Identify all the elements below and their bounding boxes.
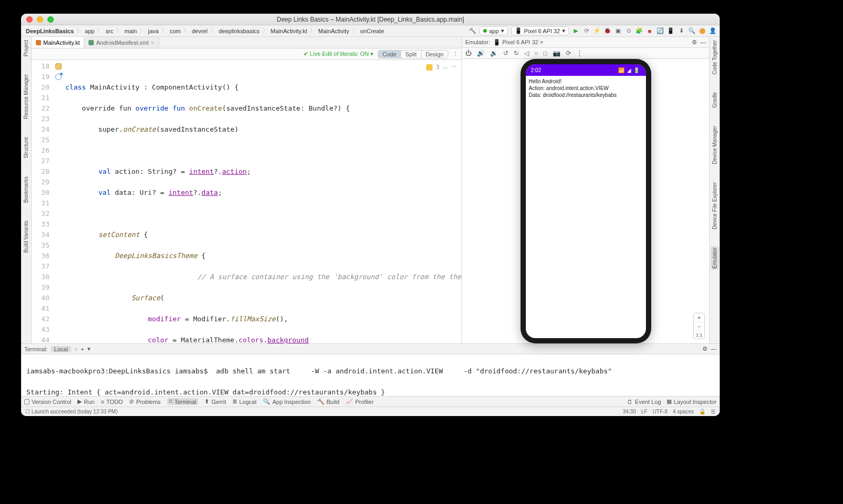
tool-resource-manager[interactable]: Resource Manager — [22, 73, 30, 120]
status-launch-msg[interactable]: ☐ Launch succeeded (today 12:33 PM) — [25, 409, 117, 414]
minimize-panel-icon[interactable]: — — [700, 39, 706, 46]
emu-back-icon[interactable]: ◁ — [524, 50, 529, 57]
tool-app-inspection[interactable]: 🔍 App Inspection — [263, 398, 311, 405]
tool-profiler[interactable]: 📈 Profiler — [346, 398, 374, 405]
tool-device-manager[interactable]: Device Manager — [711, 125, 719, 165]
close-terminal-tab-icon[interactable]: × — [74, 346, 77, 352]
ide-updates-icon[interactable]: ⬤ — [699, 27, 706, 35]
settings-icon[interactable]: ⚙ — [692, 39, 697, 46]
breadcrumb[interactable]: devrel — [190, 28, 209, 34]
search-everywhere-icon[interactable]: 🔍 — [688, 27, 695, 35]
breadcrumb[interactable]: MainActivity.kt — [269, 28, 309, 34]
user-avatar-icon[interactable]: 👤 — [709, 27, 717, 35]
emu-screenshot-icon[interactable]: 📷 — [553, 50, 561, 57]
apply-changes-icon[interactable]: ⟳ — [583, 27, 590, 35]
apply-code-changes-icon[interactable]: ⚡ — [593, 27, 601, 35]
emu-snapshots-icon[interactable]: ⟳ — [566, 50, 571, 57]
tool-todo[interactable]: ≡ TODO — [101, 399, 123, 405]
tool-code-together[interactable]: Code Together — [711, 39, 719, 75]
emu-power-icon[interactable]: ⏻ — [465, 50, 472, 57]
status-encoding[interactable]: UTF-8 — [653, 409, 668, 414]
emu-volume-down-icon[interactable]: 🔉 — [490, 50, 498, 57]
device-selector[interactable]: 📱 Pixel 6 API 32 ▾ — [511, 26, 570, 35]
zoom-fit-button[interactable]: 1:1 — [694, 331, 704, 339]
run-config-selector[interactable]: app ▾ — [479, 26, 507, 35]
close-tab-icon[interactable]: × — [151, 39, 154, 46]
editor-more-icon[interactable]: ⋮ — [453, 51, 458, 57]
code-body[interactable]: 3︿﹀ class MainActivity : ComponentActivi… — [63, 60, 462, 343]
inspections-widget[interactable]: 3︿﹀ — [426, 62, 457, 73]
android-home-indicator[interactable] — [562, 333, 610, 335]
build-hammer-icon[interactable]: 🔨 — [469, 27, 476, 35]
tool-terminal[interactable]: ⌑ Terminal — [167, 398, 199, 405]
zoom-in-button[interactable]: + — [694, 313, 704, 322]
breadcrumb[interactable]: java — [146, 28, 160, 34]
emulator-device-tab[interactable]: 📱 Pixel 6 API 32 × — [493, 39, 543, 46]
terminal-dropdown-icon[interactable]: ▾ — [87, 345, 91, 352]
debug-icon[interactable]: 🐞 — [604, 27, 611, 35]
avd-manager-icon[interactable]: 📱 — [667, 27, 674, 35]
sync-gradle-icon[interactable]: 🔄 — [656, 27, 664, 35]
status-line-ending[interactable]: LF — [641, 409, 648, 414]
class-gutter-icon[interactable] — [55, 63, 62, 70]
stop-icon[interactable]: ■ — [646, 27, 653, 35]
emu-more-icon[interactable]: ⋮ — [576, 50, 583, 57]
view-code[interactable]: Code — [378, 51, 401, 58]
tool-logcat[interactable]: ≣ Logcat — [232, 398, 257, 405]
new-terminal-tab-icon[interactable]: + — [81, 346, 84, 352]
sdk-manager-icon[interactable]: ⬇ — [678, 27, 685, 35]
status-caret-pos[interactable]: 34:30 — [623, 409, 636, 414]
profile-icon[interactable]: ⊙ — [625, 27, 632, 35]
tool-build[interactable]: 🔨 Build — [317, 398, 339, 405]
breadcrumb[interactable]: main — [123, 28, 139, 34]
breadcrumb[interactable]: app — [83, 28, 96, 34]
tool-version-control[interactable]: Version Control — [24, 399, 71, 405]
editor-tab-main-activity[interactable]: MainActivity.kt — [32, 37, 84, 48]
tool-bookmarks[interactable]: Bookmarks — [22, 175, 30, 204]
breadcrumb[interactable]: src — [104, 28, 115, 34]
emu-home-icon[interactable]: ○ — [534, 50, 538, 57]
emu-overview-icon[interactable]: □ — [543, 50, 547, 57]
emulator-viewport[interactable]: 2:02 📶 ◢ 🔋 Hello Android! Action: androi… — [462, 59, 709, 343]
status-indent[interactable]: 4 spaces — [673, 409, 694, 414]
emu-rotate-right-icon[interactable]: ↻ — [514, 50, 519, 57]
settings-icon[interactable]: ⚙ — [702, 345, 708, 352]
live-edit-indicator[interactable]: ✔ Live Edit of literals: ON ▾ — [303, 51, 374, 57]
tool-device-file-explorer[interactable]: Device File Explorer — [711, 181, 719, 230]
status-memory-icon[interactable]: ☰ — [711, 409, 715, 414]
tool-build-variants[interactable]: Build Variants — [22, 220, 30, 254]
tool-problems[interactable]: ⊘ Problems — [129, 398, 160, 405]
view-split[interactable]: Split — [401, 51, 421, 58]
tool-layout-inspector[interactable]: ▦ Layout Inspector — [666, 398, 717, 405]
editor-tab-manifest[interactable]: AndroidManifest.xml× — [84, 37, 159, 48]
run-icon[interactable]: ▶ — [572, 27, 580, 35]
breadcrumb[interactable]: deeplinksbasics — [217, 28, 261, 34]
breadcrumb[interactable]: onCreate — [359, 28, 386, 34]
tool-event-log[interactable]: 🗒 Event Log — [627, 398, 661, 405]
terminal-body[interactable]: iamsabs-macbookpro3:DeepLinksBasics iams… — [21, 354, 720, 396]
tool-gerrit[interactable]: ⬆ Gerrit — [204, 398, 226, 405]
breadcrumb[interactable]: MainActivity — [317, 28, 351, 34]
tool-run[interactable]: ▶ Run — [77, 398, 94, 405]
attach-debugger-icon[interactable]: 🧩 — [635, 27, 643, 35]
tool-gradle[interactable]: Gradle — [711, 91, 719, 109]
tool-project[interactable]: Project — [22, 39, 30, 57]
tool-structure[interactable]: Structure — [22, 136, 30, 160]
emulator-header: Emulator: 📱 Pixel 6 API 32 × ⚙ — — [462, 37, 709, 48]
emu-rotate-left-icon[interactable]: ↺ — [503, 50, 508, 57]
editor-view-segmented[interactable]: Code Split Design — [378, 50, 448, 58]
breadcrumb[interactable]: DeepLinksBasics — [24, 28, 75, 34]
terminal-tab-local[interactable]: Local — [51, 346, 71, 352]
override-gutter-icon[interactable] — [55, 74, 62, 80]
code-editor[interactable]: 1819202122232425262728293031323334353637… — [32, 60, 462, 343]
coverage-icon[interactable]: ▣ — [614, 27, 622, 35]
breadcrumb[interactable]: com — [168, 28, 182, 34]
tool-emulator[interactable]: Emulator — [711, 246, 719, 270]
device-screen[interactable]: 2:02 📶 ◢ 🔋 Hello Android! Action: androi… — [526, 64, 646, 338]
zoom-out-button[interactable]: − — [694, 322, 704, 331]
minimize-panel-icon[interactable]: — — [711, 345, 717, 352]
view-design[interactable]: Design — [422, 51, 448, 58]
terminal-header: Terminal: Local× + ▾ ⚙ — — [21, 344, 720, 354]
status-readonly-icon[interactable]: 🔓 — [699, 409, 705, 414]
emu-volume-up-icon[interactable]: 🔊 — [477, 50, 485, 57]
